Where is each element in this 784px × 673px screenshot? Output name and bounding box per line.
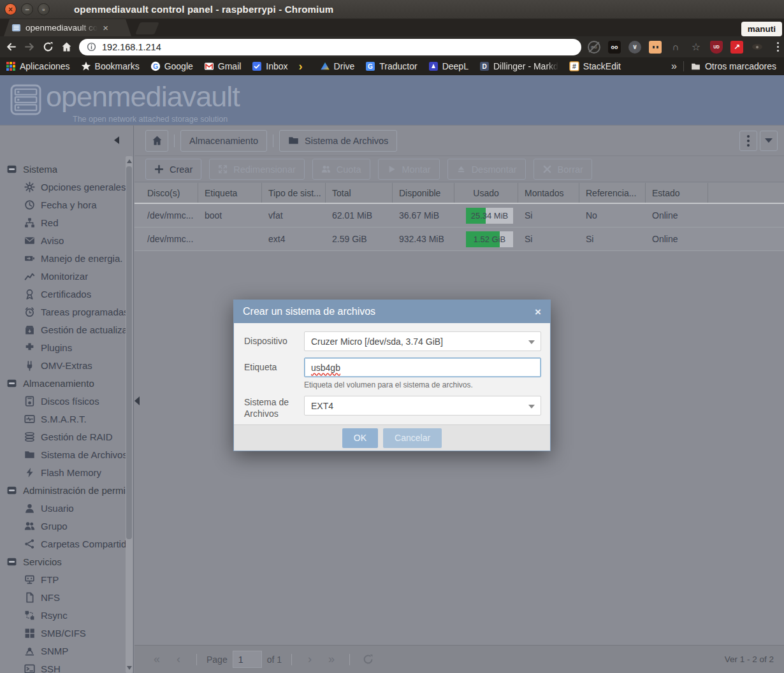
sidebar-item[interactable]: Usuario <box>0 499 126 517</box>
browser-home-icon[interactable] <box>59 39 74 55</box>
back-icon[interactable] <box>3 39 18 55</box>
sidebar-item[interactable]: SNMP <box>0 642 126 660</box>
sidebar-item[interactable]: Tareas programadas <box>0 303 126 321</box>
panel-menu-icon[interactable] <box>739 131 757 151</box>
tab-close-icon[interactable]: × <box>103 23 108 33</box>
breadcrumb-sistema-de-archivos[interactable]: Sistema de Archivos <box>279 130 397 152</box>
other-bookmarks[interactable]: Otros marcadores <box>690 61 776 71</box>
sidebar-item[interactable]: Red <box>0 213 126 231</box>
page-info-icon[interactable] <box>87 42 96 52</box>
col-tipo[interactable]: Tipo de sist... <box>262 183 326 203</box>
device-combobox[interactable]: Cruzer Micro [/dev/sda, 3.74 GiB] <box>304 331 541 351</box>
scrollbar-thumb[interactable] <box>126 166 132 539</box>
sidebar-item[interactable]: Servicios <box>0 553 126 570</box>
ok-button[interactable]: OK <box>342 428 378 448</box>
action-button[interactable]: Montar <box>378 159 440 180</box>
star-outline-icon[interactable] <box>690 41 702 54</box>
prev-page-icon[interactable] <box>170 653 187 666</box>
sidebar-item[interactable]: NFS <box>0 588 126 606</box>
browser-tab[interactable]: openmediavault co × <box>4 19 131 36</box>
col-referencia[interactable]: Referencia... <box>579 183 646 203</box>
sidebar-item[interactable]: Opciones generales <box>0 178 126 196</box>
sidebar-item[interactable]: Sistema <box>0 160 126 178</box>
table-row[interactable]: /dev/mmc... ext4 2.59 GiB 932.43 MiB 1.5… <box>134 228 784 251</box>
action-button[interactable]: Cuota <box>312 159 370 180</box>
col-discos[interactable]: Disco(s) <box>134 183 198 203</box>
sidebar-item[interactable]: OMV-Extras <box>0 356 126 374</box>
sidebar-item[interactable]: Certificados <box>0 285 126 303</box>
bookmark-item[interactable]: Dillinger - Markd <box>479 61 558 71</box>
chevron-down-icon[interactable] <box>528 340 535 344</box>
sidebar-item[interactable]: Plugins <box>0 338 126 356</box>
new-tab-button[interactable] <box>135 22 159 34</box>
window-minimize-icon[interactable]: − <box>21 3 33 15</box>
sidebar-collapse-icon[interactable] <box>114 136 119 144</box>
profile-chip[interactable]: manuti <box>741 22 782 36</box>
reload-icon[interactable] <box>40 39 55 55</box>
sidebar-item[interactable]: Monitorizar <box>0 267 126 285</box>
forward-icon[interactable] <box>22 39 37 55</box>
sidebar-item[interactable]: Fecha y hora <box>0 196 126 213</box>
sidebar-item[interactable]: Gestión de actualizacio <box>0 321 126 338</box>
bookmark-item[interactable]: Bookmarks <box>81 61 140 71</box>
chevron-down-icon[interactable] <box>528 405 535 409</box>
col-etiqueta[interactable]: Etiqueta <box>198 183 262 203</box>
breadcrumb-almacenamiento[interactable]: Almacenamiento <box>180 130 267 152</box>
window-maximize-icon[interactable]: ▫ <box>38 3 50 15</box>
ing-disabled-icon[interactable]: ING <box>588 41 600 54</box>
table-row[interactable]: /dev/mmc... boot vfat 62.01 MiB 36.67 Mi… <box>134 204 784 228</box>
bookmarks-overflow-icon[interactable] <box>671 61 677 72</box>
next-page-icon[interactable] <box>301 653 318 666</box>
sidebar-item[interactable]: Administración de permiso <box>0 481 126 499</box>
label-input[interactable]: usb4gb <box>304 358 541 377</box>
bookmark-item[interactable]: Google <box>150 61 193 71</box>
action-button[interactable]: Redimensionar <box>209 159 305 180</box>
sidebar-item[interactable]: SSH <box>0 660 126 673</box>
sidebar-item[interactable]: Almacenamiento <box>0 374 126 392</box>
sidebar-item[interactable]: Sistema de Archivos <box>0 445 126 463</box>
ublock-shield-icon[interactable]: UD <box>710 41 723 54</box>
col-montados[interactable]: Montados <box>518 183 579 203</box>
bookmark-item[interactable]: StackEdit <box>569 61 621 71</box>
eye-icon[interactable] <box>751 41 764 54</box>
dialog-close-icon[interactable] <box>535 307 541 317</box>
col-disponible[interactable]: Disponible <box>393 183 454 203</box>
browser-menu-icon[interactable] <box>771 41 784 54</box>
sidebar-item[interactable]: Rsync <box>0 606 126 624</box>
bookmark-item[interactable]: Aplicaciones <box>6 61 70 71</box>
sidebar-item[interactable]: FTP <box>0 570 126 588</box>
sidebar-scrollbar[interactable] <box>126 156 133 673</box>
sidebar-item[interactable]: Gestión de RAID <box>0 428 126 445</box>
page-input[interactable] <box>233 651 262 668</box>
sidebar-item[interactable]: SMB/CIFS <box>0 624 126 642</box>
action-button[interactable]: Borrar <box>534 159 592 180</box>
bookmark-item[interactable]: DeepL <box>428 61 468 71</box>
bookmark-item[interactable]: Traductor <box>365 61 417 71</box>
dialog-header[interactable]: Crear un sistema de archivos <box>234 300 550 323</box>
scroll-down-icon[interactable] <box>127 666 132 670</box>
sidebar-item[interactable]: Grupo <box>0 517 126 535</box>
headphones-icon[interactable] <box>669 41 682 54</box>
panel-caret-icon[interactable] <box>760 131 778 151</box>
owl-icon[interactable] <box>608 41 621 54</box>
sidebar-item[interactable]: Discos físicos <box>0 392 126 410</box>
sidebar-item[interactable]: Manejo de energia. <box>0 249 126 267</box>
col-total[interactable]: Total <box>326 183 393 203</box>
col-estado[interactable]: Estado <box>646 183 708 203</box>
first-page-icon[interactable] <box>149 653 165 666</box>
action-button[interactable]: Desmontar <box>447 159 526 180</box>
fstype-combobox[interactable]: EXT4 <box>304 396 541 416</box>
url-bar[interactable]: 192.168.1.214 <box>79 39 581 55</box>
persona-icon[interactable] <box>649 41 662 54</box>
sidebar-item[interactable]: Carpetas Compartidas <box>0 535 126 553</box>
bookmark-item[interactable] <box>299 61 309 71</box>
col-usado[interactable]: Usado <box>454 183 518 203</box>
scroll-up-icon[interactable] <box>127 159 132 163</box>
home-button[interactable] <box>145 130 168 152</box>
refresh-icon[interactable] <box>359 654 376 665</box>
sidebar-item[interactable]: Aviso <box>0 231 126 249</box>
sidebar-item[interactable]: S.M.A.R.T. <box>0 410 126 428</box>
window-close-icon[interactable]: × <box>4 3 17 15</box>
sidebar-item[interactable]: Flash Memory <box>0 463 126 481</box>
action-button[interactable]: Crear <box>145 159 201 180</box>
